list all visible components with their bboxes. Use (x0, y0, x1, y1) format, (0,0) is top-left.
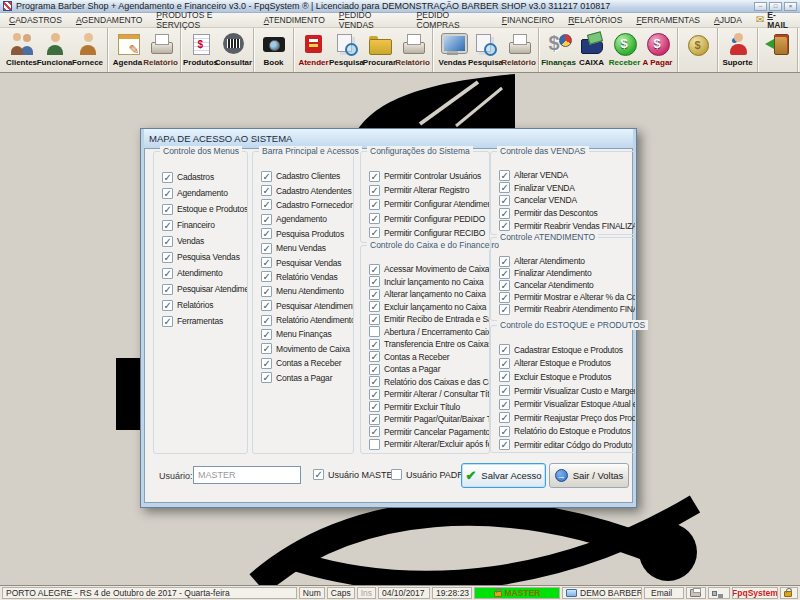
permission-row-alterar-estoque-e-produtos[interactable]: Alterar Estoque e Produtos (491, 357, 635, 371)
permission-row-permitir-visualizar-custo-e-margens[interactable]: Permitir Visualizar Custo e Margens (491, 384, 635, 398)
checkbox-box[interactable] (261, 185, 272, 196)
checkbox-box[interactable] (369, 171, 380, 182)
checkbox-box[interactable] (499, 170, 510, 181)
exit-button[interactable]: → Sair / Voltas (549, 463, 629, 488)
permission-row-permitir-cancelar-pagamento-do-titulo[interactable]: Permitir Cancelar Pagamento do Título (361, 426, 489, 439)
permission-row-cadastro-atendentes[interactable]: Cadastro Atendentes (253, 183, 353, 197)
permission-row-permitir-alterar-excluir-apos-fechamento[interactable]: Permitir Alterar/Excluir após fechamento (361, 438, 489, 451)
checkbox-usuario-master[interactable]: Usuário MASTER (313, 469, 399, 480)
checkbox-box[interactable] (261, 214, 272, 225)
checkbox-box[interactable] (261, 271, 272, 282)
toolbar-relatorio-button[interactable]: Relatório (396, 29, 429, 67)
permission-row-permitir-editar-codgo-do-produto[interactable]: Permitir editar Códgo do Produto (491, 438, 635, 452)
permission-row-incluir-lancamento-no-caixa[interactable]: Incluir lançamento no Caixa (361, 276, 489, 289)
checkbox-box[interactable] (261, 315, 272, 326)
checkbox-box[interactable] (369, 414, 380, 425)
checkbox-box[interactable] (499, 304, 510, 315)
toolbar-relatorio-button[interactable]: Relatório (144, 29, 177, 67)
checkbox-box[interactable] (369, 199, 380, 210)
permission-row-permitir-mostrar-e-alterar-da-comissao[interactable]: Permitir Mostrar e Alterar % da Comissão (491, 291, 635, 303)
permission-row-acessar-movimento-de-caixa[interactable]: Acessar Movimento de Caixa (361, 263, 489, 276)
checkbox-box[interactable] (261, 243, 272, 254)
menu-item-atendimento[interactable]: ATENDIMENTO (257, 14, 332, 26)
checkbox-box[interactable] (499, 220, 510, 231)
menu-item-agendamento[interactable]: AGENDAMENTO (69, 14, 149, 26)
checkbox-box[interactable] (369, 326, 380, 337)
permission-row-pesquisar-atendimento[interactable]: Pesquisar Atendimento (154, 281, 247, 297)
checkbox-box[interactable] (261, 171, 272, 182)
checkbox-box[interactable] (369, 339, 380, 350)
checkbox-box[interactable] (162, 188, 173, 199)
permission-row-abertura-encerramento-caixa[interactable]: Abertura / Encerramento Caixa (361, 326, 489, 339)
permission-row-cadastrar-estoque-e-produtos[interactable]: Cadastrar Estoque e Produtos (491, 343, 635, 357)
permission-row-relatorio-dos-caixas-e-das-contas[interactable]: Relatório dos Caixas e das Contas (361, 376, 489, 389)
permission-row-permitir-alterar-registro[interactable]: Permitir Alterar Registro (361, 183, 489, 197)
toolbar-atender-button[interactable]: Atender (297, 29, 330, 67)
permission-row-permitir-alterar-consultar-titulo[interactable]: Permitir Alterar / Consultar Título (361, 388, 489, 401)
checkbox-box[interactable] (261, 343, 272, 354)
checkbox-box[interactable] (369, 389, 380, 400)
toolbar-fornece-button[interactable]: Fornece (71, 29, 104, 67)
checkbox-box[interactable] (499, 280, 510, 291)
toolbar-suporte-button[interactable]: Suporte (721, 29, 754, 67)
checkbox-box[interactable] (369, 213, 380, 224)
permission-row-permitir-visualizar-estoque-atual-e-minimo[interactable]: Permitir Visualizar Estoque Atual e Mini… (491, 397, 635, 411)
checkbox-box[interactable] (499, 439, 510, 450)
checkbox-box[interactable] (162, 268, 173, 279)
checkbox-box[interactable] (499, 426, 510, 437)
permission-row-permitir-controlar-usuarios[interactable]: Permitir Controlar Usuários (361, 169, 489, 183)
checkbox-box[interactable] (499, 292, 510, 303)
permission-row-cancelar-venda[interactable]: Cancelar VENDA (491, 194, 635, 207)
permission-row-emitir-recibo-de-entrada-e-saida[interactable]: Emitir Recibo de Entrada e Saída (361, 313, 489, 326)
toolbar-pesquisa-button[interactable]: Pesquisa (330, 29, 363, 67)
permission-row-excluir-estoque-e-produtos[interactable]: Excluir Estoque e Produtos (491, 370, 635, 384)
checkbox-box[interactable] (162, 204, 173, 215)
checkbox-box[interactable] (499, 385, 510, 396)
permission-row-finalizar-atendimento[interactable]: Finalizar Atendimento (491, 267, 635, 279)
toolbar-vendas-button[interactable]: Vendas (436, 29, 469, 67)
permission-row-contas-a-receber[interactable]: Contas a Receber (361, 351, 489, 364)
permission-row-contas-a-pagar[interactable]: Contas a Pagar (361, 363, 489, 376)
checkbox-box[interactable] (499, 256, 510, 267)
checkbox-box[interactable] (261, 228, 272, 239)
checkbox-box[interactable] (499, 344, 510, 355)
menu-item-cadastros[interactable]: CADASTROS (2, 14, 69, 26)
checkbox-box[interactable] (162, 236, 173, 247)
checkbox-box[interactable] (499, 195, 510, 206)
menu-item-financeiro[interactable]: FINANCEIRO (495, 14, 561, 26)
checkbox-box[interactable] (369, 376, 380, 387)
toolbar-clientes-button[interactable]: Clientes (5, 29, 38, 67)
checkbox-box[interactable] (369, 276, 380, 287)
permission-row-finalizar-venda[interactable]: Finalizar VENDA (491, 182, 635, 195)
checkbox-box[interactable] (369, 314, 380, 325)
permission-row-contas-a-pagar[interactable]: Contas a Pagar (253, 370, 353, 384)
permission-row-relatorio-vendas[interactable]: Relatório Vendas (253, 270, 353, 284)
user-input[interactable] (193, 466, 301, 484)
permission-row-permitir-das-descontos[interactable]: Permitir das Descontos (491, 207, 635, 220)
permission-row-menu-atendimento[interactable]: Menu Atendimento (253, 284, 353, 298)
permission-row-ferramentas[interactable]: Ferramentas (154, 313, 247, 329)
permission-row-excluir-lancamento-no-caixa[interactable]: Excluir lançamento no Caixa (361, 301, 489, 314)
checkbox-box[interactable] (499, 358, 510, 369)
checkbox-box[interactable] (369, 185, 380, 196)
permission-row-permitir-pagar-quitar-baixar-titulo[interactable]: Permitir Pagar/Quitar/Baixar Título (361, 413, 489, 426)
permission-row-atendimento[interactable]: Atendimento (154, 265, 247, 281)
checkbox-box[interactable] (499, 208, 510, 219)
checkbox-box[interactable] (369, 401, 380, 412)
permission-row-permitir-configurar-atendimento[interactable]: Permitir Configurar Atendimento (361, 197, 489, 211)
checkbox-box[interactable] (261, 358, 272, 369)
permission-row-menu-financas[interactable]: Menu Finanças (253, 327, 353, 341)
toolbar-exit-door-button[interactable] (761, 29, 794, 58)
permission-row-estoque-e-produtos[interactable]: Estoque e Produtos (154, 201, 247, 217)
permission-row-relatorios[interactable]: Relatórios (154, 297, 247, 313)
permission-row-transferencia-entre-os-caixas[interactable]: Transferencia Entre os Caixas (361, 338, 489, 351)
permission-row-permitir-reabrir-atendimento-finalizado[interactable]: Permitir Reabrir Atendimento FINALIZADO (491, 303, 635, 315)
checkbox-box[interactable] (162, 220, 173, 231)
toolbar-produtos-button[interactable]: Produtos (184, 29, 217, 67)
checkbox-box[interactable] (499, 399, 510, 410)
permission-row-cadastros[interactable]: Cadastros (154, 169, 247, 185)
checkbox-box[interactable] (499, 268, 510, 279)
checkbox-box[interactable] (261, 286, 272, 297)
checkbox-box[interactable] (391, 469, 402, 480)
permission-row-agendamento[interactable]: Agendamento (154, 185, 247, 201)
